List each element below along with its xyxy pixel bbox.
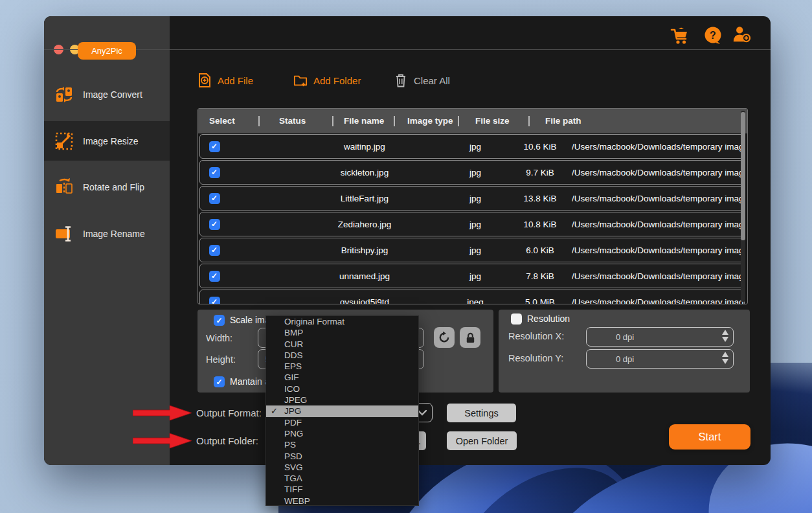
row-select-checkbox[interactable] <box>209 297 220 304</box>
format-dropdown-item[interactable]: CUR <box>266 339 418 350</box>
format-dropdown-item[interactable]: JPG <box>266 405 418 416</box>
format-dropdown-item-label: CUR <box>284 339 303 349</box>
format-dropdown-item-label: EPS <box>284 361 302 371</box>
table-row[interactable]: qvsuiod5i9td jpeg 5.0 MiB /Users/macbook… <box>199 290 745 304</box>
column-separator <box>332 116 333 126</box>
format-dropdown-item-label: DDS <box>284 350 303 360</box>
format-dropdown-item[interactable]: PS <box>266 439 418 450</box>
column-header-select: Select <box>209 116 235 126</box>
output-folder-label: Output Folder: <box>196 435 258 446</box>
row-select-checkbox[interactable] <box>209 271 220 282</box>
format-dropdown-item-label: BMP <box>284 328 303 337</box>
table-row[interactable]: LittleFart.jpg jpg 13.8 KiB /Users/macbo… <box>199 186 745 211</box>
cell-file-path: /Users/macbook/Downloads/temporary image… <box>572 271 744 281</box>
format-dropdown-item[interactable]: BMP <box>266 327 418 338</box>
format-dropdown-item[interactable]: PNG <box>266 428 418 439</box>
lock-aspect-button[interactable] <box>460 327 480 348</box>
cell-file-name: LittleFart.jpg <box>287 194 442 203</box>
add-file-icon <box>197 73 212 88</box>
swap-dimensions-button[interactable] <box>434 327 455 348</box>
add-folder-button[interactable]: Add Folder <box>293 73 361 88</box>
cell-file-size: 10.6 KiB <box>508 142 572 152</box>
image-rename-icon <box>54 224 74 244</box>
format-dropdown-item[interactable]: TGA <box>266 473 418 484</box>
cell-file-size: 10.8 KiB <box>508 220 572 229</box>
resolution-y-value: 0 dpi <box>616 354 634 364</box>
table-scrollbar-thumb[interactable] <box>741 112 745 240</box>
settings-button[interactable]: Settings <box>447 404 516 422</box>
cell-image-type: jpeg <box>442 297 508 304</box>
trash-icon <box>394 73 408 88</box>
add-folder-label: Add Folder <box>313 75 361 86</box>
cell-image-type: jpg <box>442 271 508 281</box>
clear-all-button[interactable]: Clear All <box>394 73 450 88</box>
cell-file-path: /Users/macbook/Downloads/temporary image… <box>572 168 744 177</box>
cell-file-path: /Users/macbook/Downloads/temporary image… <box>572 194 744 203</box>
app-logo-badge: Any2Pic <box>78 42 136 60</box>
add-user-icon[interactable] <box>732 25 751 44</box>
sidebar-item-image-convert[interactable]: Image Convert <box>44 74 170 114</box>
format-dropdown-item[interactable]: PDF <box>266 417 418 428</box>
maintain-aspect-checkbox[interactable] <box>214 376 225 387</box>
format-dropdown-item[interactable]: GIF <box>266 372 418 383</box>
table-row[interactable]: Zediahero.jpg jpg 10.8 KiB /Users/macboo… <box>199 212 745 236</box>
format-dropdown-item[interactable]: WEBP <box>266 496 418 507</box>
format-dropdown-item-label: TGA <box>284 473 302 483</box>
annotation-arrow-output-folder <box>133 433 192 449</box>
cell-file-size: 7.8 KiB <box>508 271 572 281</box>
width-label: Width: <box>206 333 232 343</box>
scale-image-checkbox[interactable] <box>214 315 225 326</box>
column-separator <box>458 116 459 126</box>
format-dropdown-item[interactable]: JPEG <box>266 394 418 405</box>
swap-icon <box>438 331 451 344</box>
row-select-checkbox[interactable] <box>209 193 220 204</box>
sidebar-item-rotate-and-flip[interactable]: Rotate and Flip <box>44 167 170 207</box>
format-dropdown-list: Original Format BMP CUR DDS EPS GIF ICO … <box>265 315 419 506</box>
table-row[interactable]: waitinp.jpg jpg 10.6 KiB /Users/macbook/… <box>199 134 745 159</box>
format-dropdown-item[interactable]: EPS <box>266 361 418 372</box>
table-row[interactable]: Britishpy.jpg jpg 6.0 KiB /Users/macbook… <box>199 238 745 262</box>
rotate-flip-icon <box>54 177 74 197</box>
sidebar-item-image-resize[interactable]: Image Resize <box>44 121 170 161</box>
cell-file-path: /Users/macbook/Downloads/temporary image… <box>572 142 744 152</box>
row-select-checkbox[interactable] <box>209 141 220 152</box>
format-dropdown-item-label: JPEG <box>284 395 307 405</box>
row-select-checkbox[interactable] <box>209 245 220 256</box>
format-dropdown-item[interactable]: PSD <box>266 451 418 462</box>
format-dropdown-item-label: PSD <box>284 451 302 461</box>
cell-image-type: jpg <box>442 245 508 255</box>
add-file-button[interactable]: Add File <box>197 73 253 88</box>
cell-image-type: jpg <box>442 168 508 177</box>
format-dropdown-item[interactable]: ICO <box>266 383 418 394</box>
start-button[interactable]: Start <box>669 424 750 450</box>
resolution-checkbox[interactable] <box>511 314 522 325</box>
open-folder-button[interactable]: Open Folder <box>447 431 517 450</box>
format-dropdown-item-label: PNG <box>284 429 303 439</box>
titlebar <box>44 16 771 50</box>
sidebar-item-label: Image Resize <box>83 136 139 146</box>
resolution-x-input[interactable]: 0 dpi <box>586 327 734 347</box>
format-dropdown-item[interactable]: TIFF <box>266 484 418 495</box>
resolution-y-input[interactable]: 0 dpi <box>586 349 734 369</box>
format-dropdown-item[interactable]: Original Format <box>266 316 418 327</box>
help-icon[interactable]: ? <box>703 26 723 45</box>
sidebar-item-label: Image Convert <box>83 89 142 100</box>
column-header-status: Status <box>279 116 306 126</box>
sidebar: Image Convert Image Resize <box>44 16 170 465</box>
spinner-arrows-icon[interactable] <box>722 330 728 342</box>
format-dropdown-item[interactable]: DDS <box>266 350 418 361</box>
table-row[interactable]: unnamed.jpg jpg 7.8 KiB /Users/macbook/D… <box>199 264 745 288</box>
format-dropdown-item-label: GIF <box>284 372 299 382</box>
add-folder-icon <box>293 73 308 88</box>
sidebar-item-image-rename[interactable]: Image Rename <box>44 214 170 253</box>
sidebar-item-label: Image Rename <box>83 229 145 239</box>
cell-image-type: jpg <box>442 194 508 203</box>
cart-icon[interactable] <box>670 26 690 45</box>
spinner-arrows-icon[interactable] <box>722 352 728 364</box>
row-select-checkbox[interactable] <box>209 167 220 178</box>
row-select-checkbox[interactable] <box>209 219 220 230</box>
format-dropdown-item[interactable]: SVG <box>266 462 418 473</box>
table-row[interactable]: sickleton.jpg jpg 9.7 KiB /Users/macbook… <box>199 160 745 185</box>
cell-file-name: qvsuiod5i9td <box>287 297 442 304</box>
cell-file-size: 13.8 KiB <box>508 194 572 203</box>
